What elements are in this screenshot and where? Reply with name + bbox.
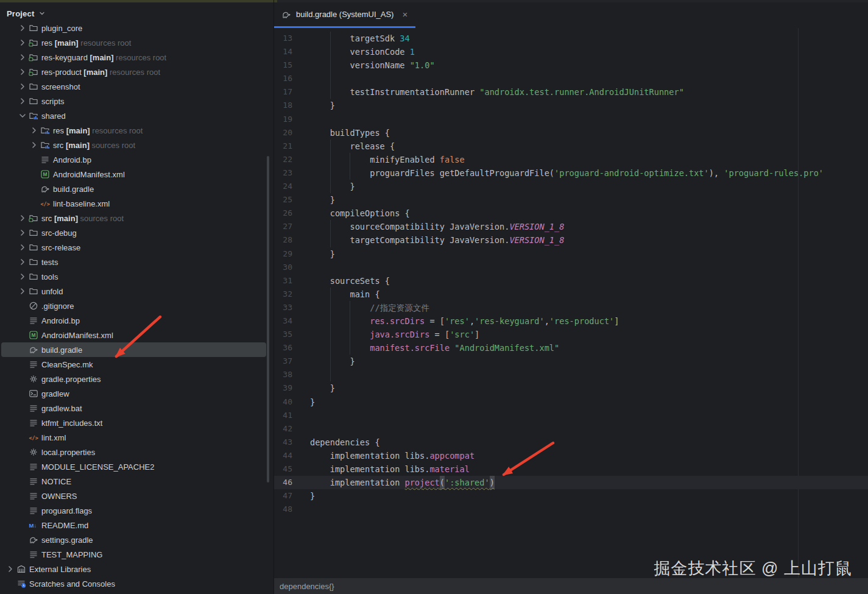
line-number[interactable]: 32 [274,288,292,301]
code-line-14[interactable]: 14versionCode 1 [274,45,868,58]
chevron-down-icon[interactable] [38,10,46,17]
tree-item-screenshot[interactable]: screenshot [1,79,266,94]
tree-item-build-gradle[interactable]: build.gradle [1,342,266,357]
tree-item-src-debug[interactable]: src-debug [1,225,266,240]
tree-item-test-mapping[interactable]: TEST_MAPPING [1,547,266,562]
code-line-38[interactable]: 38 [274,368,868,381]
chevron-right-icon[interactable] [17,67,28,77]
code-line-45[interactable]: 45implementation libs.material [274,462,868,476]
tree-item-ktfmt-includes-txt[interactable]: ktfmt_includes.txt [1,415,266,430]
tree-item-res-keyguard[interactable]: res-keyguard [main] resources root [1,50,266,65]
line-number[interactable]: 16 [274,72,292,85]
chevron-right-icon[interactable] [17,24,28,33]
tree-item-scratches-and-consoles[interactable]: Scratches and Consoles [1,576,266,591]
code-line-32[interactable]: 32main { [274,288,868,301]
code-line-13[interactable]: 13targetSdk 34 [274,32,868,45]
line-number[interactable]: 14 [274,45,292,58]
code-line-47[interactable]: 47} [274,489,868,503]
code-line-17[interactable]: 17testInstrumentationRunner "androidx.te… [274,85,868,99]
line-number[interactable]: 39 [274,381,292,395]
chevron-right-icon[interactable] [17,82,28,91]
code-line-26[interactable]: 26compileOptions { [274,207,868,220]
chevron-right-icon[interactable] [17,286,28,296]
chevron-right-icon[interactable] [17,228,28,238]
line-number[interactable]: 23 [274,166,292,180]
chevron-right-icon[interactable] [17,242,28,252]
chevron-right-icon[interactable] [29,140,40,150]
line-number[interactable]: 15 [274,58,292,72]
tree-item-tools[interactable]: tools [1,269,266,284]
line-number[interactable]: 43 [274,436,292,449]
chevron-right-icon[interactable] [17,52,28,62]
line-number[interactable]: 22 [274,153,292,166]
code-line-19[interactable]: 19 [274,113,868,126]
code-line-36[interactable]: 36manifest.srcFile "AndroidManifest.xml" [274,341,868,355]
code-line-24[interactable]: 24} [274,180,868,193]
tree-item-res[interactable]: res [main] resources root [1,123,266,138]
line-number[interactable]: 25 [274,193,292,207]
tree-item-android-bp[interactable]: Android.bp [1,152,266,167]
line-number[interactable]: 20 [274,126,292,140]
code-line-41[interactable]: 41 [274,409,868,422]
code-line-40[interactable]: 40} [274,395,868,409]
code-line-15[interactable]: 15versionName "1.0" [274,58,868,72]
tree-item-notice[interactable]: NOTICE [1,474,266,489]
line-number[interactable]: 27 [274,220,292,233]
chevron-right-icon[interactable] [5,564,16,574]
tab-close-icon[interactable]: × [402,10,408,19]
tab-build-gradle[interactable]: build.gradle (SystemUI_AS) × [274,2,415,28]
tree-item-res[interactable]: res [main] resources root [1,35,266,50]
tree-item-build-gradle[interactable]: build.gradle [1,182,266,196]
tree-item-cleanspec-mk[interactable]: CleanSpec.mk [1,357,266,372]
tree-item-scripts[interactable]: scripts [1,94,266,108]
chevron-right-icon[interactable] [17,257,28,267]
tree-item-unfold[interactable]: unfold [1,284,266,299]
code-line-29[interactable]: 29} [274,247,868,261]
code-line-37[interactable]: 37} [274,355,868,368]
chevron-right-icon[interactable] [17,272,28,281]
tree-item-androidmanifest-xml[interactable]: MAndroidManifest.xml [1,328,266,342]
breadcrumb[interactable]: dependencies{} [280,582,334,591]
tree-item-external-libraries[interactable]: External Libraries [1,562,266,576]
line-number[interactable]: 37 [274,355,292,368]
project-panel-header[interactable]: Project [0,2,273,24]
code-line-31[interactable]: 31sourceSets { [274,274,868,288]
code-line-30[interactable]: 30 [274,261,868,274]
line-number[interactable]: 28 [274,233,292,247]
tree-item-gradlew-bat[interactable]: gradlew.bat [1,401,266,415]
tree-item-settings-gradle[interactable]: settings.gradle [1,532,266,547]
tree-item-gradle-properties[interactable]: gradle.properties [1,372,266,386]
code-line-25[interactable]: 25} [274,193,868,207]
line-number[interactable]: 26 [274,207,292,220]
line-number[interactable]: 21 [274,140,292,153]
code-line-20[interactable]: 20buildTypes { [274,126,868,140]
tree-item-shared[interactable]: shared [1,108,266,123]
code-line-46[interactable]: 46implementation project(':shared') [274,476,868,489]
line-number[interactable]: 36 [274,341,292,355]
line-number[interactable]: 45 [274,462,292,476]
line-number[interactable]: 41 [274,409,292,422]
line-number[interactable]: 17 [274,85,292,99]
tree-item-module-license-apache2[interactable]: MODULE_LICENSE_APACHE2 [1,459,266,474]
chevron-right-icon[interactable] [29,126,40,135]
tree-item-src[interactable]: src [main] sources root [1,211,266,225]
line-number[interactable]: 35 [274,328,292,341]
code-line-21[interactable]: 21release { [274,140,868,153]
code-line-35[interactable]: 35java.srcDirs = ['src'] [274,328,868,341]
code-line-44[interactable]: 44implementation libs.appcompat [274,449,868,462]
code-line-48[interactable]: 48 [274,503,868,516]
tree-item-gradlew[interactable]: gradlew [1,386,266,401]
line-number[interactable]: 40 [274,395,292,409]
code-line-16[interactable]: 16 [274,72,868,85]
tree-item-tests[interactable]: tests [1,255,266,269]
code-line-23[interactable]: 23proguardFiles getDefaultProguardFile('… [274,166,868,180]
tree-item-proguard-flags[interactable]: proguard.flags [1,503,266,518]
tree-item-readme-md[interactable]: M↓README.md [1,518,266,532]
line-number[interactable]: 29 [274,247,292,261]
line-number[interactable]: 42 [274,422,292,436]
chevron-right-icon[interactable] [17,38,28,48]
tree-item-res-product[interactable]: res-product [main] resources root [1,65,266,79]
tree-item-owners[interactable]: OWNERS [1,489,266,503]
line-number[interactable]: 13 [274,32,292,45]
code-line-39[interactable]: 39} [274,381,868,395]
